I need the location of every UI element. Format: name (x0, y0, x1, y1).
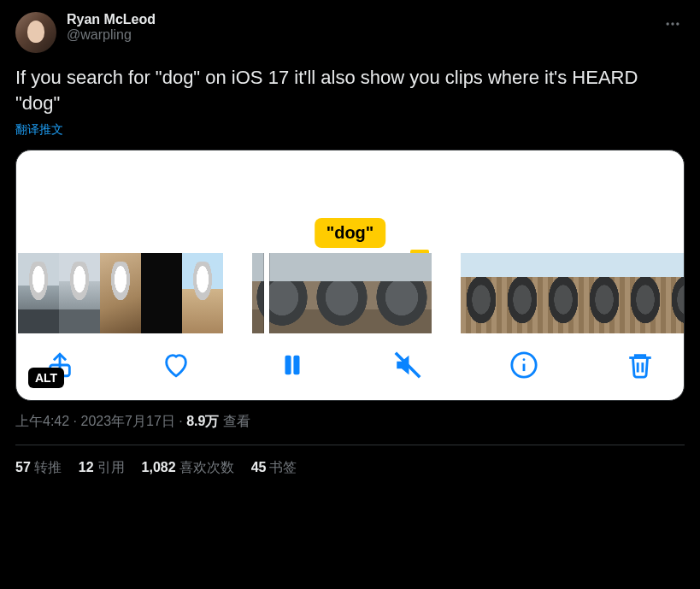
tweet-date[interactable]: 2023年7月17日 (80, 414, 174, 428)
user-handle[interactable]: @warpling (67, 27, 661, 43)
likes-stat[interactable]: 1,082喜欢次数 (142, 459, 234, 477)
clip-frame[interactable] (100, 253, 141, 333)
retweets-count: 57 (15, 460, 31, 474)
media-toolbar (16, 333, 684, 390)
clip-frame[interactable] (584, 253, 625, 333)
alt-badge[interactable]: ALT (28, 368, 64, 388)
likes-label: 喜欢次数 (179, 460, 234, 474)
bookmarks-count: 45 (251, 460, 267, 474)
trash-icon[interactable] (626, 350, 655, 380)
svg-point-9 (523, 359, 526, 362)
clip-frame[interactable] (625, 253, 666, 333)
clip-group[interactable] (252, 253, 432, 333)
clip-frame[interactable] (312, 253, 372, 333)
tweet-time[interactable]: 上午4:42 (15, 414, 69, 428)
svg-point-1 (671, 22, 674, 25)
clip-frame[interactable] (18, 253, 59, 333)
pause-icon[interactable] (278, 350, 307, 380)
clip-frame[interactable] (543, 253, 584, 333)
tweet-text: If you search for "dog" on iOS 17 it'll … (15, 65, 685, 115)
clip-frame[interactable] (59, 253, 100, 333)
svg-point-0 (667, 22, 669, 25)
clip-frame[interactable] (502, 253, 543, 333)
display-name[interactable]: Ryan McLeod (67, 12, 661, 27)
media-header-area: "dog" (16, 150, 684, 253)
clip-frame[interactable] (372, 253, 432, 333)
svg-rect-5 (293, 356, 299, 375)
tweet-stats: 57转推 12引用 1,082喜欢次数 45书签 (15, 459, 685, 477)
retweets-stat[interactable]: 57转推 (15, 459, 62, 477)
search-tag-label: "dog" (315, 218, 386, 248)
views-label: 查看 (223, 414, 250, 428)
playhead[interactable] (264, 253, 269, 333)
tweet-header: Ryan McLeod @warpling (15, 12, 685, 53)
likes-count: 1,082 (142, 460, 176, 474)
avatar[interactable] (15, 12, 56, 53)
clip-group[interactable] (18, 253, 223, 333)
views-count[interactable]: 8.9万 (186, 414, 219, 428)
more-icon[interactable] (661, 12, 685, 39)
media-card[interactable]: "dog" (15, 150, 685, 401)
tweet-container: Ryan McLeod @warpling If you search for … (0, 0, 700, 489)
divider (15, 445, 685, 445)
bookmarks-stat[interactable]: 45书签 (251, 459, 297, 477)
quotes-count: 12 (79, 460, 94, 474)
clip-group[interactable] (461, 253, 684, 333)
video-timeline[interactable] (16, 253, 684, 333)
mute-icon[interactable] (393, 350, 422, 380)
clip-frame[interactable] (461, 253, 502, 333)
svg-rect-4 (285, 356, 291, 375)
clip-frame[interactable] (141, 253, 182, 333)
translate-link[interactable]: 翻译推文 (15, 122, 63, 138)
clip-frame[interactable] (252, 253, 312, 333)
bookmarks-label: 书签 (269, 460, 297, 474)
retweets-label: 转推 (34, 460, 62, 474)
clip-frame[interactable] (182, 253, 223, 333)
quotes-stat[interactable]: 12引用 (79, 459, 125, 477)
user-block: Ryan McLeod @warpling (67, 12, 661, 43)
tweet-meta: 上午4:42 · 2023年7月17日 · 8.9万 查看 (15, 413, 685, 431)
info-icon[interactable] (509, 350, 538, 380)
quotes-label: 引用 (97, 460, 125, 474)
clip-frame[interactable] (666, 253, 684, 333)
heart-icon[interactable] (162, 350, 191, 380)
svg-point-2 (676, 22, 679, 25)
